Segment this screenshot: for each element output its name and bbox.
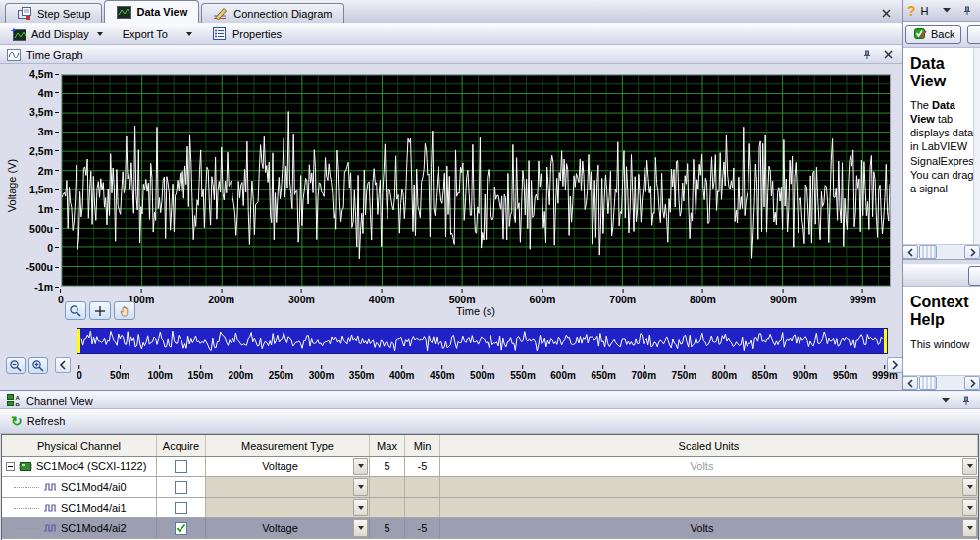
overview-axis-tick: 950m: [833, 365, 858, 381]
tab-connection-diagram[interactable]: Connection Diagram: [201, 3, 343, 23]
measurement-type-cell[interactable]: Voltage: [206, 518, 370, 538]
data-view-toolbar: + Add Display Export To Properties: [0, 24, 902, 45]
column-header: Physical Channel: [2, 435, 157, 456]
export-to-label: Export To: [123, 28, 168, 40]
overview-axis-tick: 850m: [752, 365, 778, 381]
physical-channel-cell[interactable]: SC1Mod4/ai2: [2, 518, 157, 538]
time-graph-title: Time Graph: [26, 49, 83, 61]
scroll-left-button[interactable]: [55, 357, 71, 373]
dropdown-arrow-button[interactable]: [353, 519, 368, 537]
scrollbar-track[interactable]: [937, 376, 964, 390]
acquire-checkbox[interactable]: [175, 481, 187, 494]
table-row[interactable]: SC1Mod4/ai2Voltage5-5Volts: [2, 518, 978, 539]
horizontal-scrollbar[interactable]: [903, 375, 980, 390]
physical-channel-cell[interactable]: SC1Mod4/ai1: [2, 498, 157, 517]
pin-icon[interactable]: [959, 4, 975, 18]
max-cell[interactable]: [370, 477, 405, 497]
min-cell[interactable]: -5: [405, 457, 440, 476]
y-axis-tick: 2,5m: [29, 145, 59, 157]
zoom-out-button[interactable]: [6, 357, 26, 374]
horizontal-scrollbar[interactable]: [903, 244, 980, 259]
table-row[interactable]: SC1Mod4 (SCXI-1122)Voltage5-5Volts: [2, 457, 978, 477]
pin-icon[interactable]: [958, 394, 974, 407]
properties-button[interactable]: Properties: [206, 26, 287, 43]
collapse-expand-box[interactable]: [6, 462, 15, 471]
dropdown-arrow-button[interactable]: [353, 499, 368, 516]
add-display-button[interactable]: + Add Display: [5, 26, 109, 43]
dropdown-arrow-button[interactable]: [962, 499, 977, 516]
connection-diagram-icon: [213, 7, 229, 21]
chevron-down-icon[interactable]: [938, 394, 954, 407]
forward-button-partial[interactable]: [967, 25, 980, 44]
max-cell[interactable]: [370, 498, 405, 517]
export-to-button[interactable]: Export To: [117, 27, 198, 42]
scrollbar-thumb[interactable]: [919, 376, 937, 390]
zoom-in-button[interactable]: [28, 357, 48, 374]
scaled-units-cell[interactable]: Volts: [440, 457, 978, 476]
dropdown-arrow-button[interactable]: [962, 478, 977, 496]
channel-table-header: Physical ChannelAcquireMeasurement TypeM…: [2, 435, 978, 457]
dropdown-arrow-button[interactable]: [962, 458, 977, 475]
measurement-type-cell[interactable]: [206, 477, 370, 497]
x-axis-tick: 500m: [449, 289, 476, 305]
scroll-right-button[interactable]: [964, 245, 980, 259]
max-cell[interactable]: 5: [370, 457, 405, 476]
tab-label: Step Setup: [37, 8, 90, 20]
scrollbar-track[interactable]: [937, 245, 964, 259]
physical-channel-cell[interactable]: SC1Mod4/ai0: [2, 477, 157, 497]
overview-preview-strip[interactable]: [77, 328, 888, 354]
max-value: 5: [384, 460, 389, 472]
scaled-units-cell[interactable]: Volts: [440, 518, 978, 538]
overview-axis-tick: 100m: [147, 365, 173, 381]
zoom-tool-button[interactable]: [65, 301, 86, 320]
vertical-scrollbar[interactable]: [973, 48, 980, 244]
cursor-tool-button[interactable]: [89, 301, 111, 320]
max-cell[interactable]: 5: [370, 518, 405, 538]
measurement-type-cell[interactable]: [206, 498, 370, 517]
close-icon[interactable]: [879, 6, 893, 20]
scaled-units-cell[interactable]: [440, 498, 978, 517]
acquire-checkbox[interactable]: [175, 522, 187, 535]
pan-hand-tool-button[interactable]: [114, 301, 135, 320]
physical-channel-cell[interactable]: SC1Mod4 (SCXI-1122): [2, 457, 157, 476]
scrollbar-thumb[interactable]: [919, 245, 937, 259]
overview-axis-tick: 350m: [349, 365, 375, 381]
waveform-plot[interactable]: [61, 74, 891, 287]
help-text: Data View The Data View tab displays dat…: [903, 48, 980, 244]
toolbar-button-partial[interactable]: [968, 266, 980, 286]
table-row[interactable]: SC1Mod4/ai1: [2, 498, 978, 518]
min-cell[interactable]: [405, 477, 440, 497]
overview-axis-tick: 200m: [229, 365, 254, 381]
time-graph-icon: [6, 48, 22, 62]
dropdown-arrow-button[interactable]: [353, 458, 368, 475]
table-row[interactable]: SC1Mod4/ai0: [2, 477, 978, 498]
scroll-right-button[interactable]: [887, 357, 903, 373]
tab-label: Connection Diagram: [233, 8, 332, 20]
scroll-right-button[interactable]: [964, 376, 980, 390]
back-button[interactable]: Back: [905, 25, 961, 44]
y-axis-tick: 3,5m: [29, 106, 59, 118]
channel-view-icon: AB: [6, 394, 22, 407]
dropdown-arrow-button[interactable]: [962, 519, 977, 537]
measurement-type-cell[interactable]: Voltage: [206, 457, 370, 476]
tab-step-setup[interactable]: Step Setup: [5, 3, 102, 23]
overview-axis: 050m100m150m200m250m300m350m400m450m500m…: [77, 365, 888, 383]
refresh-button[interactable]: ↻ Refresh: [5, 413, 71, 429]
acquire-cell: [157, 457, 206, 476]
min-cell[interactable]: -5: [405, 518, 440, 538]
acquire-checkbox[interactable]: [175, 502, 187, 514]
column-header: Acquire: [157, 435, 206, 456]
close-icon[interactable]: [880, 48, 896, 62]
acquire-checkbox[interactable]: [175, 460, 187, 473]
pin-icon[interactable]: [859, 48, 875, 62]
min-cell[interactable]: [405, 498, 440, 517]
chevron-down-icon[interactable]: [939, 4, 954, 18]
scroll-left-button[interactable]: [903, 376, 918, 390]
dropdown-arrow-button[interactable]: [353, 478, 368, 496]
tab-data-view[interactable]: Data View: [104, 0, 199, 23]
y-axis-tick: -1m: [34, 281, 59, 293]
chevron-down-icon: [358, 506, 364, 510]
scaled-units-cell[interactable]: [440, 477, 978, 497]
x-axis-tick: 700m: [609, 289, 636, 305]
scroll-left-button[interactable]: [903, 245, 918, 259]
